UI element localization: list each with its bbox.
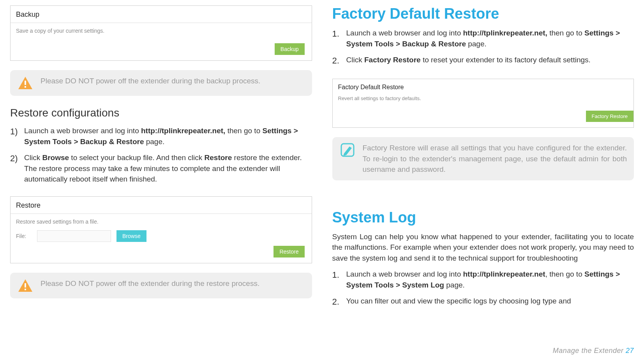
restore-panel-header: Restore: [11, 197, 312, 214]
backup-panel: Backup Save a copy of your current setti…: [10, 5, 312, 61]
syslog-step-1: 1. Launch a web browser and log into htt…: [332, 269, 634, 290]
step-number: 1): [10, 125, 19, 138]
restore-panel: Restore Restore saved settings from a fi…: [10, 196, 312, 263]
restore-button[interactable]: Restore: [273, 246, 304, 257]
backup-warning-callout: Please DO NOT power off the extender dur…: [10, 70, 312, 96]
fdr-step-2: 2. Click Factory Restore to reset your e…: [332, 55, 634, 67]
step-text: You can filter out and view the specific…: [346, 296, 634, 307]
restore-panel-desc: Restore saved settings from a file.: [11, 214, 312, 225]
factory-restore-panel-header: Factory Default Restore: [333, 79, 634, 91]
system-log-heading: System Log: [332, 209, 634, 226]
restore-steps-list: 1) Launch a web browser and log into htt…: [10, 125, 312, 190]
file-input[interactable]: [37, 230, 111, 242]
restore-warning-callout: Please DO NOT power off the extender dur…: [10, 273, 312, 298]
backup-panel-header: Backup: [11, 6, 312, 23]
footer-page-number: 27: [626, 347, 634, 354]
restore-warning-text: Please DO NOT power off the extender dur…: [41, 278, 259, 289]
step-text: Click Factory Restore to reset your exte…: [346, 55, 634, 65]
step-text: Launch a web browser and log into http:/…: [24, 125, 312, 147]
backup-warning-text: Please DO NOT power off the extender dur…: [41, 76, 260, 86]
fdr-step-1: 1. Launch a web browser and log into htt…: [332, 28, 634, 49]
step-number: 2.: [332, 296, 342, 308]
footer-label: Manage the Extender: [553, 347, 624, 354]
system-log-desc: System Log can help you know what happen…: [332, 231, 634, 264]
step-text: Launch a web browser and log into http:/…: [346, 269, 634, 290]
svg-rect-0: [25, 81, 26, 85]
backup-panel-desc: Save a copy of your current settings.: [11, 23, 312, 34]
factory-default-heading: Factory Default Restore: [332, 5, 634, 22]
file-label: File:: [16, 233, 32, 239]
svg-rect-1: [25, 86, 26, 88]
step-text: Launch a web browser and log into http:/…: [346, 28, 634, 49]
browse-button[interactable]: Browse: [116, 230, 146, 242]
note-icon: [339, 143, 356, 157]
syslog-step-2: 2. You can filter out and view the speci…: [332, 296, 634, 308]
step-text: Click Browse to select your backup file.…: [24, 152, 312, 185]
restore-step-2: 2) Click Browse to select your backup fi…: [10, 152, 312, 185]
restore-config-heading: Restore configurations: [10, 107, 312, 119]
warning-icon: [17, 76, 34, 90]
factory-restore-note: Factory Restore will erase all settings …: [332, 137, 634, 180]
factory-restore-panel-desc: Revert all settings to factory defaults.: [333, 91, 634, 101]
backup-button[interactable]: Backup: [275, 43, 305, 55]
step-number: 2): [10, 152, 19, 165]
step-number: 2.: [332, 55, 342, 67]
restore-step-1: 1) Launch a web browser and log into htt…: [10, 125, 312, 147]
svg-rect-2: [25, 283, 26, 287]
fdr-steps-list: 1. Launch a web browser and log into htt…: [332, 28, 634, 72]
page-footer: Manage the Extender 27: [553, 347, 634, 355]
syslog-steps-list: 1. Launch a web browser and log into htt…: [332, 269, 634, 314]
factory-restore-panel: Factory Default Restore Revert all setti…: [332, 79, 634, 128]
factory-restore-note-text: Factory Restore will erase all settings …: [363, 143, 627, 175]
step-number: 1.: [332, 269, 342, 281]
svg-rect-3: [25, 289, 26, 290]
factory-restore-button[interactable]: Factory Restore: [586, 111, 633, 122]
step-number: 1.: [332, 28, 342, 40]
warning-icon: [17, 278, 34, 293]
